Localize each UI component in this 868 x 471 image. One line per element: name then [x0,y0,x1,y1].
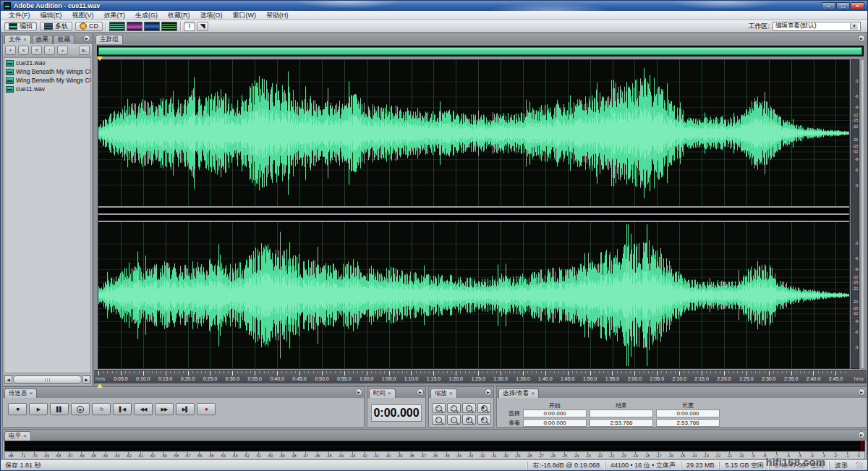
edit-file-icon[interactable]: ≡ [31,46,42,55]
tab-level[interactable]: 电平 × [4,431,31,441]
transport-go-to-beginning-button[interactable]: ▌◀ [113,403,132,415]
insert-into-cd-icon[interactable]: ● [57,46,68,55]
waveform-view-button[interactable] [109,22,125,31]
panel-menu-icon[interactable]: ▶ [417,389,424,396]
close-icon[interactable]: × [388,391,391,396]
close-icon[interactable]: × [23,37,27,43]
amplitude-ruler[interactable]: -3-3-6-6-9-9-12-12-15-15-21-21-3-3-6-6-9… [851,59,859,369]
edit-view-label: 编辑 [20,22,33,31]
file-list-item[interactable]: Wing Beneath My Wings CUE1 [4,67,90,76]
workspace-select[interactable]: 编辑查看(默认) ▼ [773,22,861,31]
menu-effects[interactable]: 效果(T) [99,11,131,20]
time-display: 0:00.000 [371,404,422,422]
panel-menu-icon[interactable]: ▶ [858,35,865,42]
zoom-to-right-edge-button[interactable]: ► [477,415,491,425]
timeline-ruler[interactable]: hms 0:05.00:10.00:15.00:20.00:25.00:30.0… [94,370,867,383]
close-file-icon[interactable]: × [18,46,29,55]
cd-view-button[interactable]: CD [75,22,103,31]
menu-window[interactable]: 窗口(W) [228,11,262,20]
db-scale-label: -6 [855,256,858,260]
import-file-icon[interactable]: + [5,46,16,55]
transport-play-from-cursor-button[interactable]: ▶ [71,403,90,415]
menu-options[interactable]: 选项(O) [195,11,228,20]
tab-effects[interactable]: 效果 [32,35,53,44]
close-icon[interactable]: × [23,433,27,439]
close-icon[interactable]: × [30,391,33,396]
scroll-right-icon[interactable]: ▶ [82,375,90,383]
transport-panel: 传送器 × ▶ ■▶▌▌▶↻▌◀◀◀▶▶▶▌● [2,386,365,428]
waveform-canvas[interactable] [98,60,849,368]
level-meter[interactable] [4,441,865,451]
zoom-out-full-button[interactable]: □ [462,403,476,413]
tab-zoom[interactable]: 缩放 × [430,389,457,398]
overview-navigator[interactable] [97,46,864,56]
zoom-out-horizontal-button[interactable]: − [447,403,461,413]
menu-help[interactable]: 帮助(H) [261,11,294,20]
transport-stop-button[interactable]: ■ [8,403,27,415]
files-horizontal-scrollbar[interactable]: ◀ ▶ [4,375,91,384]
menu-favorites[interactable]: 收藏(R) [163,11,195,20]
timeline-playhead-icon[interactable] [97,383,103,388]
zoom-in-vertical-button[interactable]: ↕ [432,415,446,425]
transport-loop-play-button[interactable]: ↻ [92,403,111,415]
panel-menu-icon[interactable]: ▶ [83,35,90,42]
zoom-in-horizontal-button[interactable]: + [432,403,446,413]
scroll-left-icon[interactable]: ◀ [4,375,12,383]
selection-end-field[interactable]: 2:53.766 [590,419,653,427]
selection-start-field[interactable]: 0:00.000 [523,410,587,417]
transport-rewind-button[interactable]: ◀◀ [134,403,153,415]
close-button[interactable]: × [851,2,864,10]
file-list-item[interactable]: cue21.wav [4,59,90,67]
menu-edit[interactable]: 编辑(E) [35,11,67,20]
tab-favorites[interactable]: 收藏 [54,35,75,44]
scrollbar-thumb[interactable] [13,375,82,383]
transport-record-button[interactable]: ● [197,403,216,415]
vertical-scroll-strip[interactable] [861,59,864,369]
minimize-button[interactable]: – [822,2,835,10]
menu-file[interactable]: 文件(F) [4,11,35,20]
spectral-frequency-view-button[interactable] [127,22,142,31]
zoom-out-vertical-button[interactable]: ↔ [447,415,461,425]
meter-scale-label: -46 [311,452,323,459]
menu-view[interactable]: 视图(V) [67,11,99,20]
edit-view-button[interactable]: 编辑 [4,22,37,31]
scrub-tool-button[interactable]: ◥ [197,22,208,31]
sort-files-icon[interactable]: a↓ [79,46,90,55]
file-list-item[interactable]: Wing Beneath My Wings CUE2 [4,76,90,85]
transport-pause-button[interactable]: ▌▌ [50,403,69,415]
multitrack-view-button[interactable]: 多轨 [40,22,72,31]
transport-fast-forward-button[interactable]: ▶▶ [155,403,174,415]
menu-generate[interactable]: 生成(G) [130,11,163,20]
transport-play-button[interactable]: ▶ [29,403,48,415]
insert-into-multitrack-icon[interactable]: ↑ [44,46,55,55]
selection-length-field[interactable]: 0:00.000 [656,410,720,417]
waveform-display[interactable] [98,59,850,369]
close-icon[interactable]: × [531,391,535,396]
spectral-phase-view-button[interactable] [161,22,177,31]
zoom-to-selection-button[interactable]: ■ [477,403,491,413]
tab-time[interactable]: 时间 × [369,389,396,398]
panel-menu-icon[interactable]: ▶ [858,389,865,396]
tab-files[interactable]: 文件× [4,35,31,44]
tab-main-group[interactable]: 主群组 [95,35,123,44]
panel-menu-icon[interactable]: ▶ [355,389,362,396]
file-list-item[interactable]: cue11.wav [4,85,90,93]
overview-range-bar[interactable] [98,47,862,55]
panel-menu-icon[interactable]: ▶ [858,431,865,438]
selection-start-field[interactable]: 0:00.000 [523,419,587,427]
selection-length-field[interactable]: 2:53.766 [656,419,720,427]
level-meter-scale: dB-71-70-69-68-67-66-65-64-63-62-61-60-5… [4,452,865,459]
transport-go-to-end-button[interactable]: ▶▌ [176,403,195,415]
maximize-button[interactable]: □ [836,2,850,10]
selection-end-field[interactable] [590,410,653,417]
resize-grip[interactable] [856,462,863,469]
tab-selection-view[interactable]: 选择/查看 × [498,389,539,398]
time-selection-tool-button[interactable]: I [184,22,195,31]
panel-menu-icon[interactable]: ▶ [485,389,492,396]
close-icon[interactable]: × [449,391,453,396]
zoom-to-left-edge-button[interactable]: ◄ [462,415,476,425]
spectral-pan-view-button[interactable] [144,22,160,31]
clip-indicator[interactable] [861,441,864,451]
tab-transport[interactable]: 传送器 × [4,389,37,398]
playhead-marker-icon[interactable] [97,56,103,61]
